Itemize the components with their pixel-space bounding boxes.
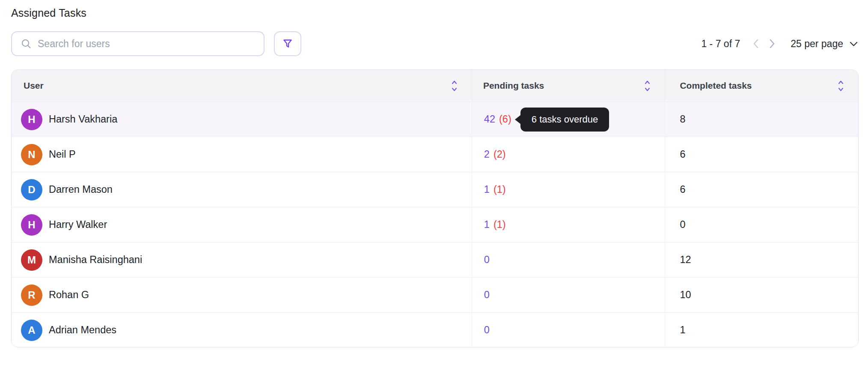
pending-tasks-cell: 0 [472,242,665,277]
completed-tasks-cell: 8 [665,102,858,137]
completed-tasks-cell: 0 [665,207,858,242]
overdue-count: (2) [493,149,506,160]
column-label: User [24,81,44,91]
user-cell: H Harsh Vakharia [12,102,472,137]
pending-tasks-cell: 1 (1) [472,207,665,242]
pending-tasks-cell: 1 (1) [472,172,665,207]
avatar: N [21,144,42,165]
completed-count: 12 [680,254,691,266]
column-header-completed-tasks[interactable]: Completed tasks [665,70,858,102]
pending-count[interactable]: 1 [484,184,490,195]
filter-funnel-icon [281,37,294,50]
avatar-initial: D [28,184,35,196]
avatar-initial: H [28,219,35,231]
avatar: H [21,214,42,236]
pending-tasks-cell: 2 (2) [472,137,665,172]
per-page-label: 25 per page [791,38,843,50]
completed-tasks-cell: 10 [665,278,858,312]
table-row[interactable]: H Harsh Vakharia 42 (6) 6 tasks overdue … [12,102,858,137]
chevron-right-icon [769,38,776,50]
completed-count: 6 [680,149,685,160]
table-row[interactable]: H Harry Walker 1 (1) 0 [12,207,858,242]
pending-count[interactable]: 0 [484,324,490,336]
chevron-down-icon [849,41,859,47]
table-body: H Harsh Vakharia 42 (6) 6 tasks overdue … [12,102,858,347]
pagination: 1 - 7 of 7 25 per page [701,38,859,50]
pending-count[interactable]: 0 [484,289,490,301]
chevron-left-icon [752,38,759,50]
column-header-pending-tasks[interactable]: Pending tasks [472,70,665,102]
user-name: Harsh Vakharia [49,114,117,125]
tooltip-text: 6 tasks overdue [532,114,598,125]
per-page-dropdown[interactable]: 25 per page [791,38,859,50]
tooltip: 6 tasks overdue [520,108,609,132]
next-page-button[interactable] [764,38,780,50]
user-name: Neil P [49,149,76,160]
sort-chevrons-icon[interactable] [644,79,651,93]
avatar-initial: M [27,254,36,266]
prev-page-button[interactable] [748,38,764,50]
user-name: Darren Mason [49,184,113,195]
avatar-initial: H [28,114,35,126]
avatar: R [21,284,42,306]
pending-tasks-cell: 42 (6) 6 tasks overdue [472,102,665,137]
assigned-tasks-page: Assigned Tasks 1 - 7 of 7 [0,0,868,383]
overdue-count: (6) [499,114,511,125]
table-row[interactable]: N Neil P 2 (2) 6 [12,137,858,172]
avatar-initial: A [28,324,35,336]
sort-chevrons-icon[interactable] [837,79,844,93]
completed-tasks-cell: 12 [665,242,858,277]
filter-button[interactable] [274,31,301,56]
user-cell: H Harry Walker [12,207,472,242]
table-header: User Pending tasks Com [12,70,858,102]
column-label: Pending tasks [483,81,544,91]
avatar-initial: R [28,289,35,301]
pending-count[interactable]: 2 [484,149,490,160]
user-name: Manisha Raisinghani [49,254,142,266]
overdue-count: (1) [493,219,506,230]
user-cell: M Manisha Raisinghani [12,242,472,277]
pending-tasks-cell: 0 [472,313,665,347]
toolbar: 1 - 7 of 7 25 per page [11,31,859,56]
search-icon [21,38,32,49]
completed-tasks-cell: 6 [665,137,858,172]
pending-count[interactable]: 1 [484,219,490,230]
completed-tasks-cell: 6 [665,172,858,207]
user-name: Adrian Mendes [49,324,116,336]
column-label: Completed tasks [680,81,752,91]
sort-chevrons-icon[interactable] [451,79,458,93]
assigned-tasks-table: User Pending tasks Com [11,69,859,347]
completed-count: 10 [680,289,691,301]
overdue-count: (1) [493,184,506,195]
user-name: Harry Walker [49,219,107,230]
completed-count: 8 [680,114,685,125]
table-row[interactable]: D Darren Mason 1 (1) 6 [12,172,858,207]
avatar: A [21,320,42,341]
tooltip-arrow [515,115,521,124]
avatar: M [21,249,42,271]
user-cell: D Darren Mason [12,172,472,207]
user-name: Rohan G [49,289,89,301]
avatar: D [21,179,42,200]
user-cell: A Adrian Mendes [12,313,472,347]
completed-count: 0 [680,219,685,230]
avatar: H [21,109,42,130]
column-header-user[interactable]: User [12,70,472,102]
completed-count: 6 [680,184,685,195]
user-cell: N Neil P [12,137,472,172]
table-row[interactable]: M Manisha Raisinghani 0 12 [12,242,858,277]
pending-count[interactable]: 42 [484,114,495,125]
avatar-initial: N [28,149,35,161]
pagination-range: 1 - 7 of 7 [701,38,740,50]
search-box[interactable] [11,31,265,56]
completed-count: 1 [680,324,685,336]
table-row[interactable]: R Rohan G 0 10 [12,277,858,312]
user-cell: R Rohan G [12,278,472,312]
search-input[interactable] [38,38,255,50]
table-row[interactable]: A Adrian Mendes 0 1 [12,312,858,347]
completed-tasks-cell: 1 [665,313,858,347]
pending-tasks-cell: 0 [472,278,665,312]
page-title: Assigned Tasks [11,7,86,19]
pending-count[interactable]: 0 [484,254,490,266]
